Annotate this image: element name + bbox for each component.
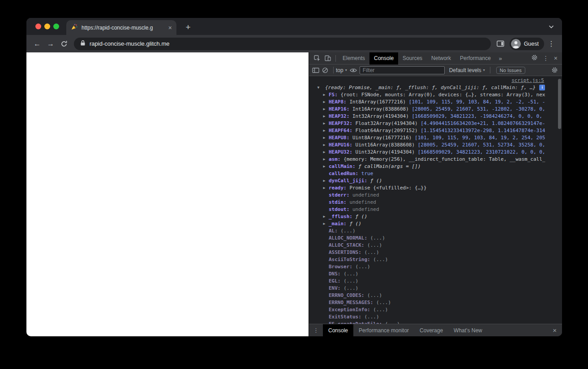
getter-ellipsis[interactable]: (...): [370, 235, 385, 241]
device-toolbar-icon[interactable]: [322, 53, 333, 64]
tab-elements[interactable]: Elements: [338, 52, 369, 64]
expand-arrow-icon[interactable]: ▶: [322, 113, 327, 120]
expand-arrow-icon[interactable]: ▶: [322, 213, 327, 220]
console-property-row[interactable]: ▶HEAPU16: Uint16Array(8388608) [28005, 2…: [309, 142, 562, 149]
devtools-close-icon[interactable]: ×: [554, 55, 558, 61]
lock-icon[interactable]: [80, 40, 86, 48]
property-value: Uint16Array(8388608): [356, 142, 418, 148]
getter-ellipsis[interactable]: (...): [341, 228, 356, 234]
console-settings-gear-icon[interactable]: [551, 67, 558, 73]
address-bar[interactable]: rapid-concise-muscle.glitch.me: [74, 38, 491, 50]
tab-search-chevron-icon[interactable]: [549, 22, 554, 30]
browser-menu-icon[interactable]: ⋮: [545, 38, 558, 50]
live-expression-eye-icon[interactable]: [350, 68, 357, 73]
profile-name: Guest: [524, 41, 539, 47]
reload-button[interactable]: [58, 38, 70, 50]
log-levels-selector[interactable]: Default levels ▾: [449, 67, 485, 73]
expand-arrow-icon[interactable]: ▶: [322, 142, 327, 149]
console-property-row[interactable]: ▶HEAP16: Int16Array(8388608) [28005, 254…: [309, 106, 562, 113]
console-property-row[interactable]: ▶dynCall_jiji: ƒ (): [309, 177, 562, 184]
side-panel-icon[interactable]: [494, 38, 507, 50]
console-object-preview[interactable]: ▼{ready: Promise, _main: ƒ, _fflush: ƒ, …: [309, 84, 562, 91]
console-property-row[interactable]: ▶HEAPU8: Uint8Array(16777216) [101, 109,…: [309, 134, 562, 142]
getter-ellipsis[interactable]: (...): [343, 278, 358, 284]
fullscreen-window-button[interactable]: [53, 24, 59, 30]
tab-performance[interactable]: Performance: [455, 52, 495, 64]
drawer-close-icon[interactable]: ×: [553, 326, 562, 334]
property-name: _main:: [329, 221, 347, 227]
expand-arrow-icon[interactable]: ▶: [322, 127, 327, 134]
new-tab-button[interactable]: +: [183, 22, 193, 33]
expand-arrow-icon[interactable]: ▶: [322, 91, 327, 99]
console-property-row[interactable]: ▶asm: {memory: Memory(256), __indirect_f…: [309, 156, 562, 163]
close-window-button[interactable]: [35, 24, 41, 30]
console-property-row[interactable]: ▶ready: Promise {<fulfilled>: {…}}: [309, 184, 562, 192]
console-property-row[interactable]: ▶HEAPU32: Uint32Array(4194304) [16685090…: [309, 149, 562, 156]
console-scrollbar-thumb[interactable]: [558, 79, 561, 129]
console-property-row[interactable]: ▶_fflush: ƒ (): [309, 213, 562, 220]
getter-ellipsis[interactable]: (...): [373, 307, 388, 313]
console-property-row[interactable]: ▶callMain: ƒ callMain(args = []): [309, 163, 562, 170]
clear-console-icon[interactable]: [322, 67, 328, 73]
getter-ellipsis[interactable]: (...): [364, 249, 379, 255]
property-value: undefined: [352, 192, 379, 198]
no-issues-button[interactable]: No Issues: [496, 67, 525, 74]
tab-close-icon[interactable]: ×: [168, 24, 172, 31]
getter-ellipsis[interactable]: (...): [343, 285, 358, 291]
expand-arrow-icon[interactable]: ▶: [322, 99, 327, 106]
expand-arrow-icon[interactable]: ▶: [322, 106, 327, 113]
expand-arrow-icon[interactable]: ▶: [322, 120, 327, 127]
getter-ellipsis[interactable]: (...): [364, 314, 379, 320]
getter-ellipsis[interactable]: (...): [373, 257, 388, 262]
console-property-row[interactable]: ▶HEAP32: Int32Array(4194304) [1668509029…: [309, 113, 562, 120]
property-name: ASSERTIONS:: [329, 249, 361, 255]
drawer-menu-icon[interactable]: ⋮: [309, 327, 323, 334]
source-link[interactable]: script.js:5: [511, 77, 544, 83]
property-name: HEAP8:: [329, 99, 347, 105]
minimize-window-button[interactable]: [44, 24, 50, 30]
property-name: ALLOC_NORMAL:: [329, 235, 367, 241]
console-property-row[interactable]: ▶_main: ƒ (): [309, 220, 562, 227]
tab-favicon-icon: [71, 23, 78, 32]
getter-ellipsis[interactable]: (...): [343, 271, 358, 277]
context-selector[interactable]: top ▾: [336, 67, 347, 73]
tab-console[interactable]: Console: [369, 52, 398, 64]
expand-arrow-icon[interactable]: ▶: [322, 163, 327, 170]
getter-ellipsis[interactable]: (...): [367, 242, 382, 248]
browser-tab[interactable]: https://rapid-concise-muscle.g ×: [66, 20, 176, 35]
expand-arrow-icon[interactable]: ▶: [322, 149, 327, 156]
devtools-menu-icon[interactable]: ⋮: [543, 55, 549, 61]
console-property-row[interactable]: ▶HEAPF32: Float32Array(4194304) [4.49044…: [309, 120, 562, 127]
back-button[interactable]: ←: [31, 38, 43, 50]
expand-arrow-icon[interactable]: ▶: [322, 177, 327, 184]
getter-ellipsis[interactable]: (...): [385, 321, 400, 324]
tab-sources[interactable]: Sources: [398, 52, 427, 64]
getter-ellipsis[interactable]: (...): [356, 264, 370, 270]
drawer-tab-coverage[interactable]: Coverage: [414, 324, 448, 337]
console-property-row[interactable]: ▶HEAPF64: Float64Array(2097152) [1.15454…: [309, 127, 562, 134]
drawer-tab-performance-monitor[interactable]: Performance monitor: [353, 324, 414, 337]
expand-arrow-icon[interactable]: ▶: [322, 134, 327, 142]
getter-ellipsis[interactable]: (...): [376, 300, 391, 305]
expand-arrow-icon[interactable]: ▶: [322, 220, 327, 227]
console-property-row[interactable]: ▶HEAP8: Int8Array(16777216) [101, 109, 1…: [309, 99, 562, 106]
forward-button[interactable]: →: [44, 38, 57, 50]
console-sidebar-icon[interactable]: [312, 67, 319, 73]
expand-arrow-icon[interactable]: ▶: [322, 156, 327, 163]
property-name: ENV:: [329, 285, 341, 291]
console-property-list: ▶FS: {root: FSNode, mounts: Array(0), de…: [309, 91, 562, 324]
tab-network[interactable]: Network: [427, 52, 455, 64]
settings-gear-icon[interactable]: [531, 54, 538, 63]
profile-chip[interactable]: Guest: [510, 38, 544, 50]
collapse-arrow-icon[interactable]: ▼: [316, 84, 321, 91]
drawer-tab-console[interactable]: Console: [323, 324, 353, 337]
inspect-element-icon[interactable]: [312, 53, 322, 64]
drawer-tab-whats-new[interactable]: What's New: [448, 324, 488, 337]
expand-arrow-icon[interactable]: ▶: [322, 184, 327, 192]
filter-input[interactable]: [360, 66, 445, 74]
devtools-panel: Elements Console Sources Network Perform…: [309, 52, 562, 336]
console-messages: script.js:5 ▼{ready: Promise, _main: ƒ, …: [309, 76, 562, 324]
more-tabs-button[interactable]: »: [495, 52, 506, 64]
console-property-row[interactable]: ▶FS: {root: FSNode, mounts: Array(0), de…: [309, 91, 562, 99]
getter-ellipsis[interactable]: (...): [367, 292, 382, 298]
